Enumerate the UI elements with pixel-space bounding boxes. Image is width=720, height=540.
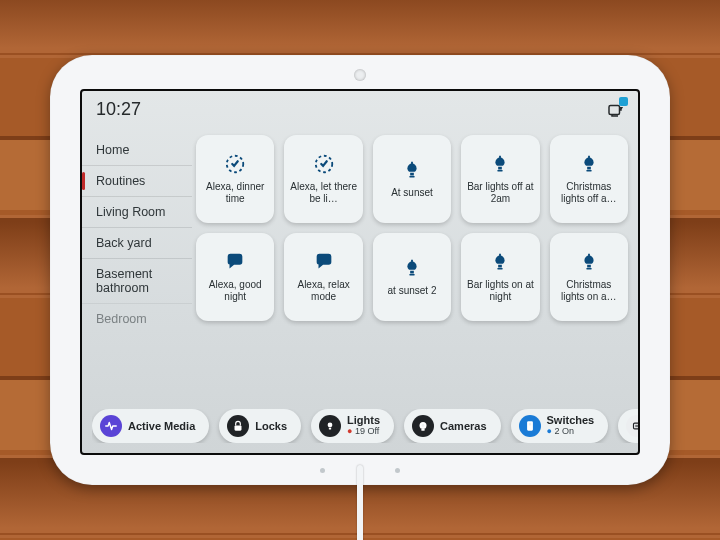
- routine-card[interactable]: Alexa, let there be li…: [284, 135, 362, 223]
- routine-card[interactable]: Bar lights on at night: [461, 233, 539, 321]
- lamp-icon: [578, 153, 600, 175]
- routine-card[interactable]: at sunset 2: [373, 233, 451, 321]
- routine-card-label: Alexa, relax mode: [288, 279, 358, 303]
- mic-dot: [395, 468, 400, 473]
- sidebar-item-backyard[interactable]: Back yard: [82, 227, 192, 258]
- pill-active-media[interactable]: Active Media: [92, 409, 209, 443]
- device-bezel: 10:27 Home Routines Living Room Back yar…: [50, 55, 670, 485]
- pill-label: Cameras: [440, 421, 486, 432]
- sidebar-item-livingroom[interactable]: Living Room: [82, 196, 192, 227]
- front-camera: [354, 69, 366, 81]
- routine-card[interactable]: Christmas lights on a…: [550, 233, 628, 321]
- routine-card-label: Alexa, dinner time: [200, 181, 270, 205]
- pill-plugs[interactable]: Plugs1 Off: [618, 409, 638, 443]
- sidebar-item-basement[interactable]: Basement bathroom: [82, 258, 192, 303]
- sidebar-item-home[interactable]: Home: [82, 135, 192, 165]
- pulse-icon: [100, 415, 122, 437]
- routine-card[interactable]: Alexa, dinner time: [196, 135, 274, 223]
- routine-card[interactable]: Alexa, relax mode: [284, 233, 362, 321]
- pill-label: Active Media: [128, 421, 195, 432]
- routine-card-label: Alexa, let there be li…: [288, 181, 358, 205]
- touchscreen[interactable]: 10:27 Home Routines Living Room Back yar…: [80, 89, 640, 455]
- notification-icon[interactable]: [606, 101, 624, 119]
- routine-card-label: Christmas lights off a…: [554, 181, 624, 205]
- sidebar-item-routines[interactable]: Routines: [82, 165, 192, 196]
- sidebar-item-bedroom[interactable]: Bedroom: [82, 303, 192, 334]
- clock-check-icon: [224, 153, 246, 175]
- pill-label: Switches: [547, 415, 595, 426]
- status-bar: 10:27: [96, 99, 624, 120]
- lock-icon: [227, 415, 249, 437]
- routine-card-label: Bar lights off at 2am: [465, 181, 535, 205]
- pill-cameras[interactable]: Cameras: [404, 409, 500, 443]
- routine-card-label: At sunset: [391, 187, 433, 199]
- mic-dot: [320, 468, 325, 473]
- routine-card[interactable]: Bar lights off at 2am: [461, 135, 539, 223]
- speech-icon: [224, 251, 246, 273]
- quick-access-bar: Active MediaLocksLights19 OffCamerasSwit…: [92, 409, 638, 443]
- routine-card[interactable]: Christmas lights off a…: [550, 135, 628, 223]
- routine-card[interactable]: Alexa, good night: [196, 233, 274, 321]
- pill-switches[interactable]: Switches2 On: [511, 409, 609, 443]
- pill-label: Lights: [347, 415, 380, 426]
- clock-check-icon: [313, 153, 335, 175]
- speech-icon: [313, 251, 335, 273]
- clock: 10:27: [96, 99, 141, 120]
- routine-card-label: Christmas lights on a…: [554, 279, 624, 303]
- switch-icon: [519, 415, 541, 437]
- pill-label: Locks: [255, 421, 287, 432]
- sidebar: Home Routines Living Room Back yard Base…: [82, 131, 192, 399]
- camera-icon: [412, 415, 434, 437]
- notification-badge: [619, 97, 628, 106]
- lamp-icon: [401, 257, 423, 279]
- power-cord: [357, 465, 363, 540]
- routine-card-label: Alexa, good night: [200, 279, 270, 303]
- routine-card-label: Bar lights on at night: [465, 279, 535, 303]
- plug-icon: [626, 415, 638, 437]
- routine-card[interactable]: At sunset: [373, 135, 451, 223]
- pill-sub: 19 Off: [347, 426, 380, 437]
- pill-lights[interactable]: Lights19 Off: [311, 409, 394, 443]
- lamp-icon: [578, 251, 600, 273]
- pill-sub: 2 On: [547, 426, 595, 437]
- bulb-icon: [319, 415, 341, 437]
- lamp-icon: [401, 159, 423, 181]
- lamp-icon: [489, 153, 511, 175]
- routine-grid-container: Alexa, dinner timeAlexa, let there be li…: [192, 131, 638, 399]
- routine-card-label: at sunset 2: [388, 285, 437, 297]
- lamp-icon: [489, 251, 511, 273]
- pill-locks[interactable]: Locks: [219, 409, 301, 443]
- wood-background: 10:27 Home Routines Living Room Back yar…: [0, 0, 720, 540]
- svg-rect-0: [609, 105, 620, 114]
